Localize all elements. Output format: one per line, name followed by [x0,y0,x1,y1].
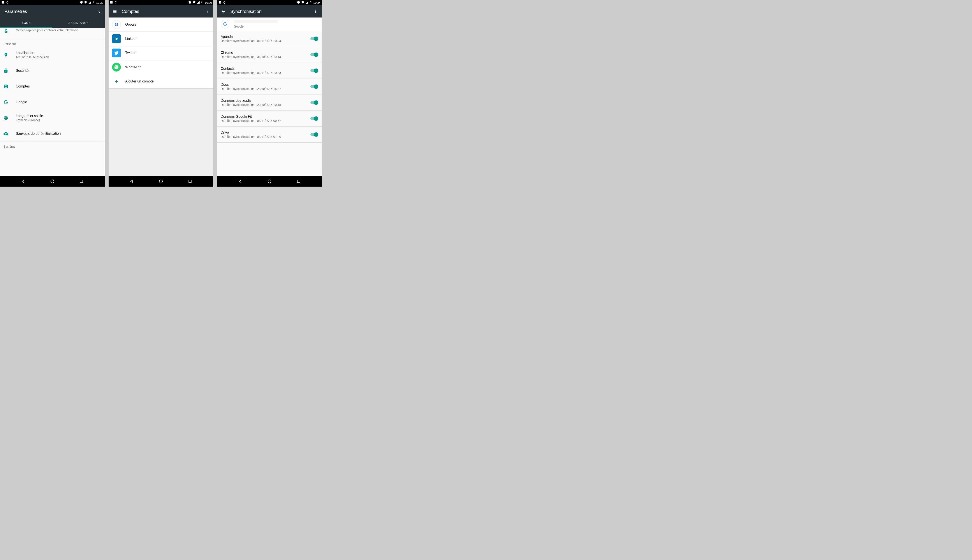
screen-accounts: 10:30 Comptes G Google in LinkedIn [109,0,213,187]
search-button[interactable] [94,7,103,16]
nav-recent-button[interactable] [290,179,307,183]
wifi-icon [301,1,304,5]
plus-icon [112,77,121,86]
sync-sub: Dernière synchronisation : 01/11/2016 07… [220,135,308,138]
account-item-twitter[interactable]: Twitter [109,46,213,60]
settings-item-sub: Gestes rapides pour contrôler votre télé… [16,28,101,32]
sync-account-header[interactable]: G Google [217,18,322,31]
globe-icon [3,115,16,120]
sync-toggle[interactable] [311,68,318,73]
image-icon [219,1,222,5]
sync-title: Chrome [220,51,308,55]
settings-item-languages[interactable]: Langues et saisie Français (France) [0,110,105,126]
sync-toggle[interactable] [311,37,318,41]
tabs: TOUS ASSISTANCE [0,18,105,28]
google-logo-icon: G [220,20,229,28]
battery-icon [92,1,94,5]
image-icon [1,1,4,5]
battery-icon [309,1,312,5]
battery-icon [201,1,203,5]
account-item-linkedin[interactable]: in LinkedIn [109,32,213,46]
svg-rect-3 [189,180,191,183]
sync-sub: Dernière synchronisation : 20/10/2016 10… [220,103,308,107]
twitter-logo-icon [112,48,121,57]
section-system: Système [0,142,105,150]
menu-button[interactable] [110,7,119,16]
section-personal: Personnel [0,39,105,47]
overflow-button[interactable] [311,7,320,16]
signal-icon [306,1,309,5]
status-time: 10:34 [313,1,321,4]
sync-icon [223,1,226,5]
sync-item[interactable]: Agenda Dernière synchronisation : 01/11/… [217,31,322,47]
sync-title: Docs [220,83,308,87]
overflow-button[interactable] [203,7,212,16]
account-label: WhatsApp [125,65,142,69]
page-title: Comptes [122,9,203,14]
list-title: Localisation [16,51,101,55]
settings-item-backup[interactable]: Sauvegarde et réinitialisation [0,126,105,142]
nav-recent-button[interactable] [73,179,90,183]
tab-tous[interactable]: TOUS [0,18,52,28]
nav-home-button[interactable] [152,179,170,184]
sync-item[interactable]: Données Google Fit Dernière synchronisat… [217,111,322,127]
account-item-whatsapp[interactable]: WhatsApp [109,60,213,74]
sync-toggle[interactable] [311,132,318,137]
nav-back-button[interactable] [232,179,249,184]
search-icon [96,9,101,14]
sync-title: Données des applis [220,99,308,103]
list-title: Comptes [16,85,101,88]
list-title: Sécurité [16,69,101,73]
sync-icon [6,1,9,5]
svg-rect-5 [297,180,300,183]
sync-toggle[interactable] [311,117,318,121]
settings-item-accounts[interactable]: Comptes [0,78,105,94]
cloud-upload-icon [3,131,16,136]
nav-bar [217,176,322,187]
image-icon [110,1,113,5]
tab-assistance[interactable]: ASSISTANCE [52,18,105,28]
sync-list: G Google Agenda Dernière synchronisation… [217,18,322,176]
sync-sub: Dernière synchronisation : 01/11/2016 10… [220,39,308,43]
wifi-icon [192,1,196,5]
settings-item-location[interactable]: Localisation ACTIVÉ/Haute précision [0,47,105,63]
settings-item-google[interactable]: Google [0,94,105,110]
status-bar: 10:34 [217,0,322,5]
settings-item-security[interactable]: Sécurité [0,63,105,78]
add-account-button[interactable]: Ajouter un compte [109,74,213,88]
sync-title: Drive [220,131,308,135]
app-bar: Synchronisation [217,5,322,18]
settings-list: Gestes rapides pour contrôler votre télé… [0,28,105,176]
status-bar: 10:30 [0,0,105,5]
sync-toggle[interactable] [311,85,318,89]
sync-toggle[interactable] [311,100,318,105]
nav-home-button[interactable] [43,179,61,184]
sync-item[interactable]: Docs Dernière synchronisation : 28/10/20… [217,79,322,95]
arrow-back-icon [221,9,226,14]
screen-settings: 10:30 Paramètres TOUS ASSISTANCE Gestes … [0,0,105,187]
settings-item-gestures[interactable]: Gestes rapides pour contrôler votre télé… [0,28,105,39]
nav-recent-button[interactable] [181,179,199,183]
divider [217,142,322,143]
account-label: Twitter [125,51,135,55]
sync-item[interactable]: Chrome Dernière synchronisation : 31/10/… [217,47,322,63]
account-provider: Google [234,25,277,28]
svg-point-4 [268,180,271,183]
gestures-icon [3,28,16,33]
sync-item[interactable]: Drive Dernière synchronisation : 01/11/2… [217,127,322,142]
back-button[interactable] [219,7,228,16]
sync-item[interactable]: Données des applis Dernière synchronisat… [217,95,322,110]
list-title: Google [16,100,101,104]
account-item-google[interactable]: G Google [109,18,213,32]
nav-home-button[interactable] [261,179,278,184]
sync-item[interactable]: Contacts Dernière synchronisation : 01/1… [217,63,322,78]
status-time: 10:30 [205,1,212,4]
account-label: LinkedIn [125,37,139,41]
screen-sync: 10:34 Synchronisation G Google [217,0,322,187]
sync-sub: Dernière synchronisation : 01/11/2016 10… [220,71,308,75]
nav-back-button[interactable] [15,179,32,184]
nav-back-button[interactable] [123,179,140,184]
sync-toggle[interactable] [311,52,318,57]
google-icon [3,100,16,105]
app-bar: Comptes [109,5,213,18]
